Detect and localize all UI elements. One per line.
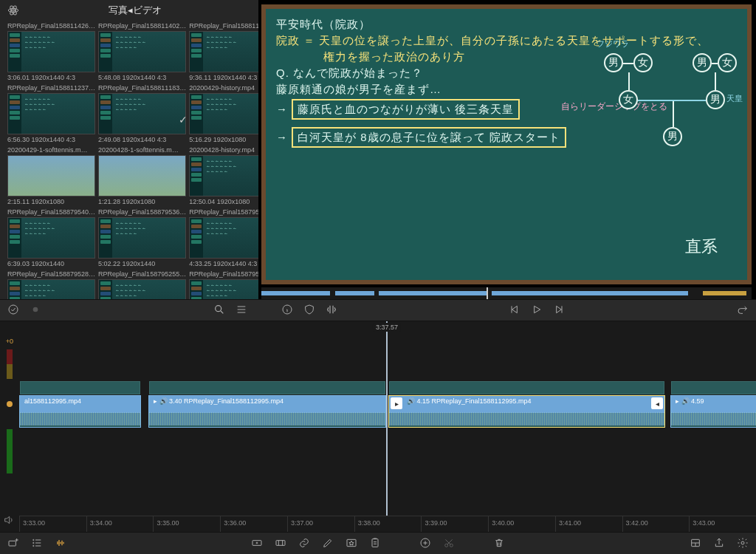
clip-title: RPReplay_Final158879540… <box>7 208 95 217</box>
edit-icon[interactable] <box>322 537 334 550</box>
volume-icon[interactable] <box>3 514 15 527</box>
clip-title: 20200428-history.mp4 <box>189 146 258 155</box>
clip-card[interactable]: RPReplay_Final158811183…～～～～～～～～～～～～～～～～… <box>98 84 186 143</box>
svg-point-12 <box>33 545 34 546</box>
clip-card[interactable]: 20200429-history.mp4～～～～～～～～～～～～～～～～～～5:… <box>189 84 258 143</box>
clip-thumbnail[interactable]: ～～～～～～～～～～～～～～～～～～ <box>7 31 95 72</box>
clip-meta: 9:36.11 1920x1440 4:3 <box>189 72 258 81</box>
clip-meta: 12:50.04 1920x1080 <box>189 196 258 205</box>
clip-meta: 6:39.03 1920x1440 <box>7 259 95 267</box>
clip-thumbnail[interactable]: ～～～～～～～～～～～～～～～～～～ <box>98 279 186 299</box>
clip-card[interactable]: 20200429-1-softtennis.m…2:15.11 1920x108… <box>7 146 95 205</box>
clip-card[interactable]: 20200428-1-softtennis.m…1:21.28 1920x108… <box>98 146 186 205</box>
clip-thumbnail[interactable]: ～～～～～～～～～～～～～～～～～～ <box>189 155 258 196</box>
svg-rect-14 <box>276 540 285 545</box>
clip-meta: 2:49.08 1920x1440 4:3 <box>98 134 186 143</box>
clip-card[interactable]: RPReplay_Final158811237…～～～～～～～～～～～～～～～～… <box>7 84 95 143</box>
clip-title: 20200428-1-softtennis.m… <box>98 146 186 155</box>
svg-point-1 <box>8 8 18 12</box>
info-icon[interactable] <box>281 304 293 317</box>
clip-thumbnail[interactable]: ～～～～～～～～～～～～～～～～～～ <box>98 217 186 259</box>
favorite-icon[interactable] <box>346 537 357 550</box>
link-icon[interactable] <box>298 537 310 550</box>
clip-thumbnail[interactable]: ～～～～～～～～～～～～～～～～～～ <box>98 93 186 134</box>
clip-card[interactable]: 20200428-history.mp4～～～～～～～～～～～～～～～～～～12… <box>189 146 258 205</box>
svg-point-6 <box>33 307 38 312</box>
trim-icon[interactable] <box>326 304 337 317</box>
clip-thumbnail[interactable]: ～～～～～～～～～～～～～～～～～～ <box>7 217 95 259</box>
clip-card[interactable]: RPReplay_Final158811402…～～～～～～～～～～～～～～～～… <box>98 22 186 81</box>
clip-thumbnail[interactable]: ～～～～～～～～～～～～～～～～～～ <box>189 279 258 299</box>
timeline[interactable]: +0 3:37.57 al1588112995.mp4 ▸ 🔊 3.40 RPR… <box>0 321 756 532</box>
video-track[interactable]: al1588112995.mp4 ▸ 🔊 3.40 RPReplay_Final… <box>19 395 756 428</box>
clip-card[interactable]: RPReplay_Final158879536…～～～～～～～～～～～～～～～～… <box>98 208 186 267</box>
timeline-clip[interactable]: al1588112995.mp4 <box>19 395 141 428</box>
clip-meta: 5:16.29 1920x1080 <box>189 134 258 143</box>
clip-card[interactable]: RPReplay_Final158811426…～～～～～～～～～～～～～～～～… <box>7 22 95 81</box>
share-icon[interactable] <box>713 537 725 550</box>
bottom-toolbar <box>0 532 756 554</box>
trash-icon[interactable] <box>493 537 505 550</box>
clip-thumbnail[interactable]: ～～～～～～～～～～～～～～～～～～ <box>189 93 258 134</box>
approve-circle-icon[interactable] <box>7 304 19 317</box>
overwrite-clip-icon[interactable] <box>275 537 286 550</box>
skip-forward-icon[interactable] <box>553 304 565 317</box>
timeline-ruler[interactable]: 3:33.003:34.003:35.003:36.003:37.003:38.… <box>19 516 756 532</box>
timeline-clip-selected[interactable]: ▸ 🔊 4.15 RPReplay_Final1588112995.mp4 ◂ <box>388 395 665 428</box>
clip-thumbnail[interactable]: ～～～～～～～～～～～～～～～～～～ <box>189 31 258 72</box>
clip-meta: 5:02.22 1920x1440 <box>98 259 186 267</box>
clip-thumbnail[interactable]: ～～～～～～～～～～～～～～～～～～ <box>189 217 258 259</box>
clip-title: RPReplay_Final158811402… <box>98 22 186 31</box>
clipboard-icon[interactable] <box>369 537 381 550</box>
mid-toolbar <box>0 299 756 321</box>
timeline-clip[interactable]: ▸ 🔊 3.40 RPReplay_Final1588112995.mp4 <box>148 395 386 428</box>
insert-clip-icon[interactable] <box>251 537 263 550</box>
svg-rect-9 <box>9 541 16 546</box>
clip-meta: 5:48.08 1920x1440 4:3 <box>98 72 186 81</box>
clip-meta: 1:21.28 1920x1080 <box>98 196 186 205</box>
clip-title: RPReplay_Final158811183… <box>98 84 186 93</box>
clip-thumbnail[interactable]: ～～～～～～～～～～～～～～～～～～ <box>98 31 186 72</box>
clip-thumbnail[interactable] <box>98 155 186 196</box>
media-browser: 写真◂ビデオ RPReplay_Final158811426…～～～～～～～～～… <box>0 0 258 299</box>
list-view-icon[interactable] <box>236 304 247 317</box>
clip-card[interactable]: RPReplay_Final158795253…～～～～～～～～～～～～～～～～… <box>189 270 258 299</box>
svg-point-0 <box>13 10 15 12</box>
clip-card[interactable]: RPReplay_Final158879540…～～～～～～～～～～～～～～～～… <box>7 208 95 267</box>
shield-icon[interactable] <box>303 304 315 317</box>
waveform-icon[interactable] <box>55 537 66 550</box>
settings-icon[interactable] <box>737 537 749 550</box>
source-icon[interactable] <box>7 4 19 16</box>
clip-card[interactable]: RPReplay_Final158795255…～～～～～～～～～～～～～～～～… <box>98 270 186 299</box>
preview-scrubber[interactable] <box>261 287 752 299</box>
clip-thumbnail[interactable]: ～～～～～～～～～～～～～～～～～～ <box>7 279 95 299</box>
svg-point-21 <box>741 541 744 544</box>
tracks-icon[interactable] <box>31 537 43 550</box>
clip-title: RPReplay_Final158795255… <box>98 270 186 279</box>
clip-card[interactable]: RPReplay_Final158795333…～～～～～～～～～～～～～～～～… <box>189 208 258 267</box>
search-icon[interactable] <box>213 304 225 317</box>
media-browser-title[interactable]: 写真◂ビデオ <box>19 4 251 17</box>
clip-card[interactable]: RPReplay_Final158811237…～～～～～～～～～～～～～～～～… <box>189 22 258 81</box>
add-track-icon[interactable] <box>7 537 19 550</box>
add-icon[interactable] <box>419 537 431 550</box>
record-icon[interactable] <box>30 304 41 317</box>
layout-icon[interactable] <box>690 537 701 550</box>
clip-card[interactable]: RPReplay_Final158879528…～～～～～～～～～～～～～～～～… <box>7 270 95 299</box>
clip-title: RPReplay_Final158811237… <box>189 22 258 31</box>
timeline-clip[interactable]: ▸ 🔊 4.59 <box>670 395 756 428</box>
skip-back-icon[interactable] <box>509 304 520 317</box>
clip-title: RPReplay_Final158795253… <box>189 270 258 279</box>
clip-title: RPReplay_Final158811237… <box>7 84 95 93</box>
redo-icon[interactable] <box>737 304 749 317</box>
play-icon[interactable] <box>531 304 543 317</box>
svg-point-7 <box>215 306 221 312</box>
family-tree-diagram: 男 女 男 女 女 男 男 天皇 <box>597 53 737 186</box>
clip-meta: 3:06.01 1920x1440 4:3 <box>7 72 95 81</box>
clip-thumbnail[interactable]: ～～～～～～～～～～～～～～～～～～ <box>7 93 95 134</box>
clip-title: RPReplay_Final158795333… <box>189 208 258 217</box>
clip-title: 20200429-history.mp4 <box>189 84 258 93</box>
clip-title: RPReplay_Final158879528… <box>7 270 95 279</box>
clip-thumbnail[interactable] <box>7 155 95 196</box>
preview-video[interactable]: 平安時代（院政） 院政 ＝ 天皇の位を譲った上皇が、自分の子孫にあたる天皇をサポ… <box>261 4 752 284</box>
